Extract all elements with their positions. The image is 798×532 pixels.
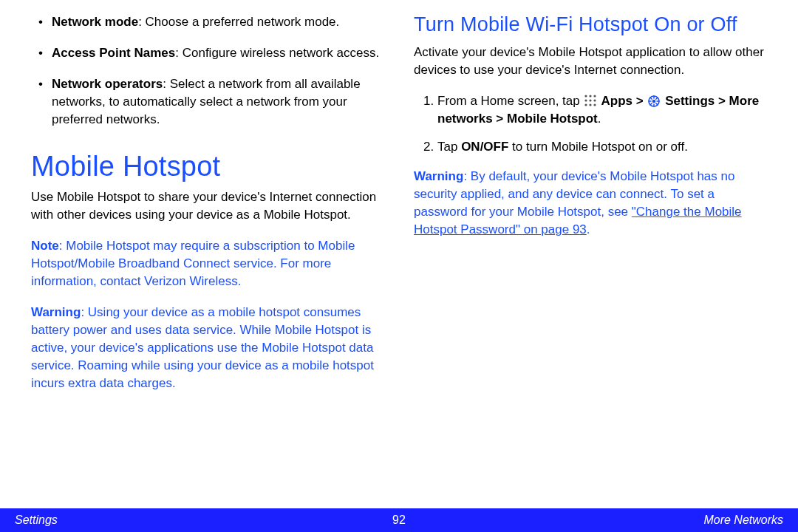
- step-1: From a Home screen, tap Apps > Settings …: [437, 92, 767, 128]
- hotspot-warning: Warning: Using your device as a mobile h…: [31, 304, 384, 392]
- bullet-term: Access Point Names: [52, 46, 175, 60]
- svg-point-10: [652, 100, 656, 103]
- apps-icon: [584, 95, 596, 106]
- subsection-title-turn-on-off: Turn Mobile Wi-Fi Hotspot On or Off: [414, 13, 767, 36]
- manual-page: Network mode: Choose a preferred network…: [0, 0, 798, 532]
- footer-left: Settings: [15, 514, 58, 527]
- svg-point-8: [594, 103, 596, 106]
- svg-point-4: [590, 99, 592, 101]
- step1-pre: From a Home screen, tap: [437, 94, 583, 108]
- bullet-access-point-names: Access Point Names: Configure wireless n…: [52, 44, 384, 62]
- step2-bold: ON/OFF: [461, 140, 508, 154]
- left-column: Network mode: Choose a preferred network…: [31, 13, 384, 508]
- svg-point-7: [590, 103, 592, 106]
- hotspot-intro: Use Mobile Hotspot to share your device'…: [31, 188, 384, 224]
- security-warning: Warning: By default, your device's Mobil…: [414, 168, 767, 239]
- warning-body: : Using your device as a mobile hotspot …: [31, 305, 374, 390]
- step-2: Tap ON/OFF to turn Mobile Hotspot on or …: [437, 138, 767, 156]
- bullet-network-mode: Network mode: Choose a preferred network…: [52, 13, 384, 31]
- step2-pre: Tap: [437, 140, 461, 154]
- feature-bullets: Network mode: Choose a preferred network…: [31, 13, 384, 129]
- footer-page-number: 92: [392, 514, 406, 527]
- step1-apps-label: Apps >: [598, 94, 647, 108]
- right-column: Turn Mobile Wi-Fi Hotspot On or Off Acti…: [414, 13, 767, 508]
- svg-point-6: [585, 103, 587, 106]
- warn-body-b: .: [587, 222, 590, 236]
- settings-icon: [648, 95, 660, 107]
- svg-point-2: [594, 95, 596, 97]
- page-footer: Settings 92 More Networks: [0, 508, 798, 532]
- warn-label: Warning: [414, 169, 463, 183]
- bullet-desc: : Configure wireless network access.: [175, 46, 379, 60]
- note-label: Note: [31, 239, 59, 253]
- footer-right: More Networks: [703, 514, 783, 527]
- two-column-layout: Network mode: Choose a preferred network…: [0, 0, 798, 508]
- svg-point-3: [585, 99, 587, 101]
- step1-dot: .: [598, 112, 601, 126]
- section-title-mobile-hotspot: Mobile Hotspot: [31, 151, 384, 183]
- bullet-desc: : Choose a preferred network mode.: [138, 15, 339, 29]
- turn-on-intro: Activate your device's Mobile Hotspot ap…: [414, 44, 767, 79]
- bullet-term: Network operators: [52, 77, 163, 91]
- steps-list: From a Home screen, tap Apps > Settings …: [414, 92, 767, 156]
- note-body: : Mobile Hotspot may require a subscript…: [31, 239, 355, 288]
- svg-point-0: [585, 95, 587, 97]
- warning-label: Warning: [31, 305, 81, 319]
- bullet-term: Network mode: [52, 15, 138, 29]
- svg-point-1: [590, 95, 592, 97]
- bullet-network-operators: Network operators: Select a network from…: [52, 75, 384, 129]
- step2-post: to turn Mobile Hotspot on or off.: [508, 140, 688, 154]
- svg-point-5: [594, 99, 596, 101]
- hotspot-note: Note: Mobile Hotspot may require a subsc…: [31, 237, 384, 290]
